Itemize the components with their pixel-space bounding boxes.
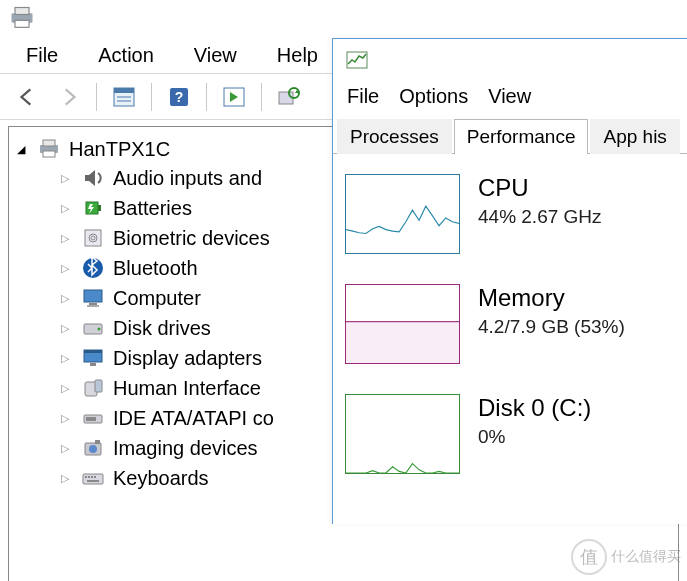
watermark-icon: 值: [571, 539, 607, 575]
svg-text:?: ?: [175, 89, 184, 105]
back-button[interactable]: [10, 80, 44, 114]
svg-rect-18: [85, 230, 101, 246]
speaker-icon: [81, 166, 105, 190]
menu-view[interactable]: View: [194, 44, 237, 67]
hid-icon: [81, 376, 105, 400]
cpu-row[interactable]: CPU 44% 2.67 GHz: [345, 174, 680, 254]
menu-options[interactable]: Options: [399, 85, 468, 108]
refresh-button[interactable]: [272, 80, 306, 114]
taskmgr-icon: [345, 48, 369, 72]
tabs: Processes Performance App his: [333, 118, 687, 154]
cpu-sub: 44% 2.67 GHz: [478, 206, 602, 228]
watermark-text: 什么值得买: [611, 548, 681, 566]
svg-rect-40: [91, 476, 93, 478]
svg-rect-4: [114, 88, 134, 93]
expand-icon[interactable]: ▷: [61, 232, 73, 245]
svg-rect-37: [83, 474, 103, 484]
fingerprint-icon: [81, 226, 105, 250]
disk-graph: [345, 394, 460, 474]
toolbar-separator: [206, 83, 207, 111]
expand-icon[interactable]: ▷: [61, 292, 73, 305]
camera-icon: [81, 436, 105, 460]
titlebar: [333, 39, 687, 81]
details-button[interactable]: [107, 80, 141, 114]
svg-rect-17: [98, 205, 101, 211]
root-label: HanTPX1C: [69, 138, 170, 161]
memory-graph: [345, 284, 460, 364]
tree-item-label: Biometric devices: [113, 227, 270, 250]
svg-rect-15: [43, 151, 55, 157]
bluetooth-icon: [81, 256, 105, 280]
svg-rect-39: [88, 476, 90, 478]
svg-rect-38: [85, 476, 87, 478]
svg-rect-41: [94, 476, 96, 478]
memory-row[interactable]: Memory 4.2/7.9 GB (53%): [345, 284, 680, 364]
expand-icon[interactable]: ▷: [61, 472, 73, 485]
watermark: 值 什么值得买: [571, 539, 681, 575]
svg-rect-31: [95, 380, 102, 392]
menu-action[interactable]: Action: [98, 44, 154, 67]
svg-rect-42: [87, 480, 99, 482]
disk-row[interactable]: Disk 0 (C:) 0%: [345, 394, 680, 474]
svg-rect-22: [84, 290, 102, 302]
expand-icon[interactable]: ▷: [61, 262, 73, 275]
memory-sub: 4.2/7.9 GB (53%): [478, 316, 625, 338]
collapse-icon[interactable]: ◢: [17, 143, 25, 156]
disk-title: Disk 0 (C:): [478, 394, 591, 422]
svg-rect-23: [89, 303, 97, 305]
keyboard-icon: [81, 466, 105, 490]
svg-rect-14: [43, 140, 55, 146]
disk-icon: [81, 316, 105, 340]
computer-icon: [37, 137, 61, 161]
memory-title: Memory: [478, 284, 625, 312]
menu-view[interactable]: View: [488, 85, 531, 108]
svg-rect-33: [86, 417, 96, 421]
expand-icon[interactable]: ▷: [61, 172, 73, 185]
tree-item-label: Computer: [113, 287, 201, 310]
svg-rect-24: [87, 305, 99, 307]
svg-rect-29: [90, 363, 96, 366]
toolbar-separator: [96, 83, 97, 111]
performance-panel: CPU 44% 2.67 GHz Memory 4.2/7.9 GB (53%)…: [333, 154, 687, 524]
svg-point-35: [89, 445, 97, 453]
tree-item-label: Imaging devices: [113, 437, 258, 460]
menu-help[interactable]: Help: [277, 44, 318, 67]
scan-button[interactable]: [217, 80, 251, 114]
menu-file[interactable]: File: [347, 85, 379, 108]
menu-file[interactable]: File: [26, 44, 58, 67]
disk-sub: 0%: [478, 426, 591, 448]
tab-processes[interactable]: Processes: [337, 119, 452, 154]
tab-apphistory[interactable]: App his: [590, 119, 679, 154]
app-icon: [8, 4, 36, 28]
display-icon: [81, 346, 105, 370]
computer-icon: [81, 286, 105, 310]
tree-item-label: Display adapters: [113, 347, 262, 370]
tree-item-label: Batteries: [113, 197, 192, 220]
menubar: File Options View: [333, 81, 687, 118]
expand-icon[interactable]: ▷: [61, 202, 73, 215]
svg-rect-2: [15, 20, 29, 27]
task-manager-window: File Options View Processes Performance …: [332, 38, 687, 524]
svg-rect-28: [84, 350, 102, 353]
forward-button[interactable]: [52, 80, 86, 114]
tab-performance[interactable]: Performance: [454, 119, 589, 154]
expand-icon[interactable]: ▷: [61, 382, 73, 395]
toolbar-separator: [261, 83, 262, 111]
expand-icon[interactable]: ▷: [61, 412, 73, 425]
expand-icon[interactable]: ▷: [61, 322, 73, 335]
svg-point-26: [98, 328, 101, 331]
tree-item-label: Human Interface: [113, 377, 261, 400]
battery-icon: [81, 196, 105, 220]
expand-icon[interactable]: ▷: [61, 442, 73, 455]
expand-icon[interactable]: ▷: [61, 352, 73, 365]
svg-rect-1: [15, 8, 29, 15]
cpu-title: CPU: [478, 174, 602, 202]
ide-icon: [81, 406, 105, 430]
tree-item-label: Audio inputs and: [113, 167, 262, 190]
tree-item-label: Disk drives: [113, 317, 211, 340]
help-button[interactable]: ?: [162, 80, 196, 114]
titlebar: [0, 0, 687, 38]
cpu-graph: [345, 174, 460, 254]
tree-item-label: Keyboards: [113, 467, 209, 490]
svg-rect-36: [95, 440, 100, 444]
